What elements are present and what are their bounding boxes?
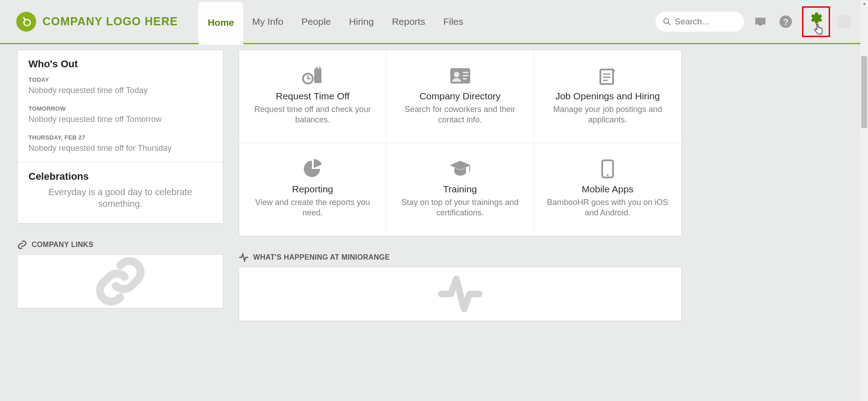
user-avatar[interactable] [837,14,852,29]
day-label-thursday: THURSDAY, FEB 27 [28,134,212,141]
celebrations-text: Everyday is a good day to celebrate some… [28,186,212,210]
day-label-tomorrow: TOMORROW [28,105,212,112]
whats-happening-card[interactable] [239,267,682,321]
svg-rect-12 [463,75,468,76]
left-column: Who's Out TODAY Nobody requested time of… [17,50,223,321]
settings-button-highlighted[interactable] [802,6,830,37]
action-title: Request Time Off [251,91,374,102]
nav-reports[interactable]: Reports [383,0,434,43]
link-icon [17,240,27,250]
whats-happening-label: WHAT'S HAPPENING AT MINIORANGE [253,253,390,261]
page-header: COMPANY LOGO HERE Home My Info People Hi… [0,0,868,44]
activity-icon [239,252,249,262]
nav-hiring[interactable]: Hiring [340,0,383,43]
svg-rect-11 [463,72,468,73]
window-scrollbar[interactable]: ▲ [860,0,868,401]
nav-my-info[interactable]: My Info [243,0,292,43]
action-desc: Stay on top of your trainings and certif… [398,197,522,219]
link-large-icon [93,254,147,308]
page-content: Who's Out TODAY Nobody requested time of… [0,44,868,321]
scrollbar-thumb[interactable] [861,56,867,128]
inbox-button[interactable] [751,13,769,31]
celebrations-widget: Celebrations Everyday is a good day to c… [18,163,223,223]
logo-text: COMPANY LOGO HERE [42,15,178,28]
action-title: Job Openings and Hiring [546,91,670,102]
svg-point-0 [24,19,30,26]
nav-files[interactable]: Files [434,0,472,43]
action-desc: BambooHR goes with you on iOS and Androi… [546,197,670,219]
logo-mark-icon [16,12,36,32]
company-links-label: COMPANY LINKS [32,241,94,249]
action-title: Reporting [251,184,374,195]
search-input[interactable] [675,17,737,27]
action-company-directory[interactable]: Company Directory Search for coworkers a… [387,50,534,143]
company-links-header: COMPANY LINKS [17,240,223,250]
day-text-tomorrow: Nobody requested time off Tomorrow [28,115,212,124]
right-column: Request Time Off Request time off and ch… [239,50,682,321]
action-training[interactable]: Training Stay on top of your trainings a… [387,143,534,236]
main-nav: Home My Info People Hiring Reports Files [198,0,472,43]
nav-people[interactable]: People [292,0,340,43]
svg-point-10 [454,72,459,77]
job-openings-icon [598,66,618,86]
action-desc: Search for coworkers and their contact i… [398,104,522,126]
action-job-openings[interactable]: Job Openings and Hiring Manage your job … [534,50,681,143]
action-mobile-apps[interactable]: Mobile Apps BambooHR goes with you on iO… [534,143,681,236]
svg-rect-13 [463,78,467,79]
mobile-icon [601,159,614,179]
inbox-icon [754,15,767,28]
svg-rect-7 [316,67,317,70]
help-button[interactable]: ? [777,13,795,31]
whos-out-title: Who's Out [28,58,212,70]
action-desc: Request time off and check your balances… [251,104,374,126]
svg-text:?: ? [783,17,788,27]
svg-line-2 [668,23,670,25]
activity-large-icon [431,271,490,317]
quick-actions-grid: Request Time Off Request time off and ch… [239,50,682,236]
action-title: Training [398,184,522,195]
svg-rect-6 [314,69,321,83]
pie-chart-icon [303,159,323,179]
svg-rect-8 [319,67,321,70]
whos-out-widget: Who's Out TODAY Nobody requested time of… [18,50,223,162]
company-links-card[interactable] [17,254,223,308]
celebrations-title: Celebrations [28,171,212,182]
time-off-icon [302,66,324,86]
gear-icon [808,10,824,26]
action-reporting[interactable]: Reporting View and create the reports yo… [239,143,387,236]
nav-home[interactable]: Home [198,2,243,45]
day-label-today: TODAY [28,76,212,83]
search-icon [663,17,671,27]
directory-icon [449,67,471,84]
day-text-thursday: Nobody requested time off for Thursday [28,144,212,153]
svg-point-20 [607,174,609,176]
header-actions: ? [656,6,852,37]
action-title: Mobile Apps [546,184,670,195]
action-title: Company Directory [398,91,522,102]
day-text-today: Nobody requested time off Today [28,86,212,95]
action-desc: Manage your job postings and applicants. [546,104,670,126]
graduation-cap-icon [449,160,472,178]
help-icon: ? [779,15,793,28]
search-box[interactable] [656,12,744,32]
sidebar-card: Who's Out TODAY Nobody requested time of… [17,50,223,224]
cursor-hand-icon [812,24,824,37]
action-desc: View and create the reports you need. [251,197,374,219]
whats-happening-header: WHAT'S HAPPENING AT MINIORANGE [239,252,682,262]
scroll-arrow-up-icon[interactable]: ▲ [862,1,867,6]
company-logo[interactable]: COMPANY LOGO HERE [16,12,178,32]
action-request-time-off[interactable]: Request Time Off Request time off and ch… [239,50,387,143]
